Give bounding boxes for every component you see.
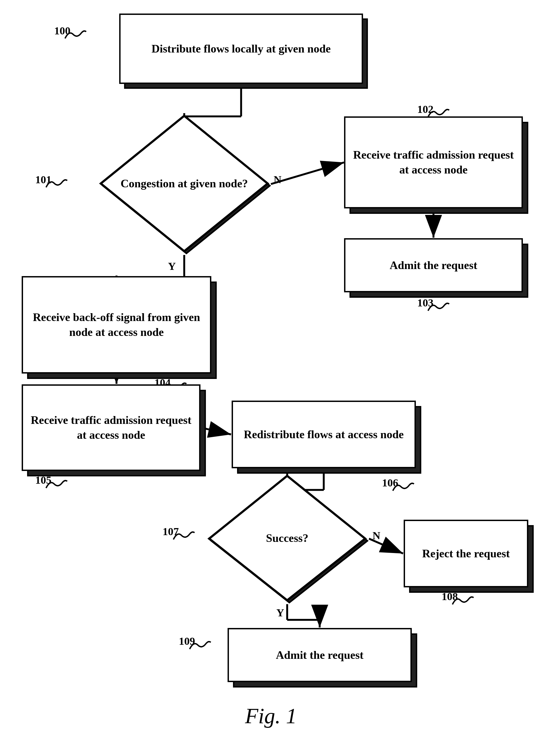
y-label-107: Y <box>276 606 284 619</box>
squiggle-106 <box>390 480 415 493</box>
squiggle-101 <box>43 176 68 190</box>
squiggle-102 <box>425 106 450 120</box>
box-100: Distribute flows locally at given node <box>119 14 363 84</box>
squiggle-107 <box>171 529 195 542</box>
diamond-101: Congestion at given node? <box>97 114 271 254</box>
box-105-label: Receive traffic admission request at acc… <box>28 413 194 442</box>
squiggle-109 <box>187 638 211 652</box>
box-104: Receive back-off signal from given node … <box>22 276 211 374</box>
squiggle-108 <box>450 594 474 607</box>
diamond-107: Success? <box>206 474 369 604</box>
box-105: Receive traffic admission request at acc… <box>22 384 200 471</box>
n-label-101: N <box>274 173 282 186</box>
svg-line-5 <box>271 162 344 184</box>
squiggle-105 <box>43 477 68 491</box>
diamond-101-label: Congestion at given node? <box>120 176 248 191</box>
box-108: Reject the request <box>404 520 528 587</box>
box-109-label: Admit the request <box>276 648 364 663</box>
box-102: Receive traffic admission request at acc… <box>344 116 523 208</box>
box-106-label: Redistribute flows at access node <box>244 427 404 442</box>
squiggle-103 <box>425 300 450 313</box>
figure-caption: Fig. 1 <box>162 704 379 728</box>
box-102-label: Receive traffic admission request at acc… <box>350 148 517 177</box>
box-100-label: Distribute flows locally at given node <box>151 41 331 56</box>
y-label-101: Y <box>168 260 176 273</box>
n-label-107: N <box>373 529 380 542</box>
box-109: Admit the request <box>227 628 412 682</box>
box-106: Redistribute flows at access node <box>231 401 416 468</box>
box-103-label: Admit the request <box>390 258 477 273</box>
box-108-label: Reject the request <box>422 546 510 561</box>
box-104-label: Receive back-off signal from given node … <box>28 310 205 339</box>
squiggle-100 <box>62 28 87 41</box>
diamond-107-label: Success? <box>266 531 308 546</box>
box-103: Admit the request <box>344 238 523 292</box>
